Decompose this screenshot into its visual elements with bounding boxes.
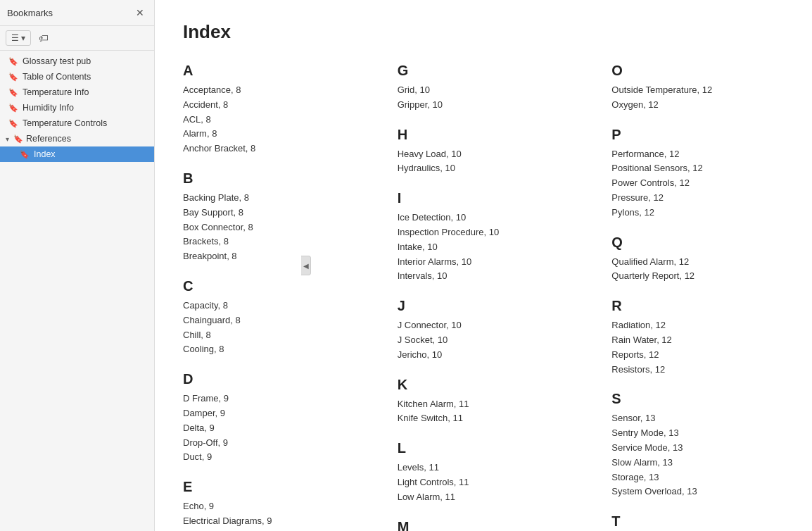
index-letter: D bbox=[183, 371, 355, 387]
index-letter: J bbox=[398, 298, 570, 314]
index-entry: Sentry Mode, 13 bbox=[611, 426, 784, 441]
index-entry: Intervals, 10 bbox=[398, 269, 570, 284]
bookmark-icon: 🔖 bbox=[20, 150, 30, 159]
index-entry: Alarm, 8 bbox=[183, 127, 355, 142]
index-column-2: GGrid, 10Gripper, 10HHeavy Load, 10Hydra… bbox=[398, 63, 570, 531]
sidebar-item-label: Glossary test pub bbox=[23, 56, 91, 66]
chevron-left-icon: ◀ bbox=[303, 262, 309, 270]
index-entry: D Frame, 9 bbox=[183, 392, 355, 406]
sidebar-item-temperature-info[interactable]: 🔖Temperature Info bbox=[0, 85, 154, 100]
index-section-m: MMainframe, 11Marginals, 11Maximum Speed… bbox=[398, 519, 570, 531]
index-section-b: BBacking Plate, 8Bay Support, 8Box Conne… bbox=[183, 170, 355, 264]
index-letter: S bbox=[611, 391, 784, 407]
index-entry: Delta, 9 bbox=[183, 421, 355, 436]
index-section-r: RRadiation, 12Rain Water, 12Reports, 12R… bbox=[611, 298, 784, 377]
bookmark-icon: 🔖 bbox=[8, 104, 18, 113]
index-entry: ACL, 8 bbox=[183, 113, 355, 127]
index-column-1: AAcceptance, 8Accident, 8ACL, 8Alarm, 8A… bbox=[183, 63, 355, 531]
index-entry: Jericho, 10 bbox=[398, 348, 570, 363]
index-entry: Chainguard, 8 bbox=[183, 313, 355, 328]
bookmark-icon: 🔖 bbox=[8, 119, 18, 128]
index-letter: T bbox=[611, 513, 784, 530]
index-entry: Heavy Load, 10 bbox=[398, 147, 570, 162]
index-entry: Slow Alarm, 13 bbox=[611, 456, 784, 470]
index-entry: Gripper, 10 bbox=[398, 98, 570, 113]
index-entry: Ice Detection, 10 bbox=[398, 211, 570, 225]
index-entry: Chill, 8 bbox=[183, 328, 355, 343]
view-options-button[interactable]: ☰ ▾ bbox=[6, 30, 31, 46]
sidebar-item-label: Humidity Info bbox=[23, 103, 74, 113]
index-entry: Pylons, 12 bbox=[611, 206, 784, 220]
collapse-sidebar-handle[interactable]: ◀ bbox=[301, 256, 311, 275]
index-entry: Sensor, 13 bbox=[611, 411, 784, 426]
index-entry: Damper, 9 bbox=[183, 406, 355, 421]
index-entry: Drop-Off, 9 bbox=[183, 436, 355, 451]
close-button[interactable]: ✕ bbox=[133, 6, 147, 20]
sidebar-item-label: Temperature Controls bbox=[23, 118, 107, 128]
index-section-c: CCapacity, 8Chainguard, 8Chill, 8Cooling… bbox=[183, 278, 355, 357]
index-section-k: KKitchen Alarm, 11Knife Switch, 11 bbox=[398, 377, 570, 427]
sidebar-item-index[interactable]: 🔖Index bbox=[0, 146, 154, 162]
bookmark-icon: 🔖 bbox=[8, 88, 18, 97]
index-entry: Inspection Procedure, 10 bbox=[398, 225, 570, 240]
index-letter: M bbox=[398, 519, 570, 531]
index-entry: Acceptance, 8 bbox=[183, 83, 355, 98]
index-entry: Qualified Alarm, 12 bbox=[611, 255, 784, 270]
index-letter: Q bbox=[611, 235, 784, 251]
index-section-s: SSensor, 13Sentry Mode, 13Service Mode, … bbox=[611, 391, 784, 499]
sidebar-item-label: Table of Contents bbox=[23, 72, 91, 82]
main-content: Index AAcceptance, 8Accident, 8ACL, 8Ala… bbox=[155, 0, 812, 531]
sidebar: Bookmarks ✕ ☰ ▾ 🏷 🔖Glossary test pub🔖Tab… bbox=[0, 0, 155, 531]
dropdown-arrow-icon: ▾ bbox=[21, 33, 25, 43]
index-section-i: IIce Detection, 10Inspection Procedure, … bbox=[398, 190, 570, 284]
sidebar-group-references[interactable]: ▾🔖References bbox=[0, 131, 154, 146]
sidebar-title: Bookmarks bbox=[7, 8, 53, 18]
index-entry: Rain Water, 12 bbox=[611, 333, 784, 348]
sidebar-toolbar: ☰ ▾ 🏷 bbox=[0, 26, 154, 51]
index-entry: Quarterly Report, 12 bbox=[611, 269, 784, 284]
index-entry: Resistors, 12 bbox=[611, 363, 784, 377]
sidebar-item-glossary-test-pub[interactable]: 🔖Glossary test pub bbox=[0, 54, 154, 69]
index-entry: Outside Temperature, 12 bbox=[611, 83, 784, 98]
index-section-j: JJ Connector, 10J Socket, 10Jericho, 10 bbox=[398, 298, 570, 362]
index-letter: A bbox=[183, 63, 355, 79]
index-entry: System Overload, 13 bbox=[611, 485, 784, 499]
sidebar-item-label: Temperature Info bbox=[23, 87, 89, 97]
index-section-q: QQualified Alarm, 12Quarterly Report, 12 bbox=[611, 235, 784, 285]
index-entry: Hydraulics, 10 bbox=[398, 161, 570, 176]
index-entry: Positional Sensors, 12 bbox=[611, 161, 784, 176]
index-section-g: GGrid, 10Gripper, 10 bbox=[398, 63, 570, 113]
index-entry: J Connector, 10 bbox=[398, 318, 570, 333]
index-section-h: HHeavy Load, 10Hydraulics, 10 bbox=[398, 127, 570, 177]
index-entry: Light Controls, 11 bbox=[398, 475, 570, 490]
bookmark-icon: 🔖 bbox=[8, 57, 18, 66]
bookmark-icon: 🔖 bbox=[8, 73, 18, 82]
index-entry: Interior Alarms, 10 bbox=[398, 255, 570, 270]
bookmark-add-icon: 🏷 bbox=[39, 32, 49, 44]
sidebar-header: Bookmarks ✕ bbox=[0, 0, 154, 26]
sidebar-items: 🔖Glossary test pub🔖Table of Contents🔖Tem… bbox=[0, 51, 154, 531]
index-entry: Breakpoint, 8 bbox=[183, 249, 355, 264]
index-letter: L bbox=[398, 440, 570, 456]
index-letter: B bbox=[183, 170, 355, 187]
sidebar-item-table-of-contents[interactable]: 🔖Table of Contents bbox=[0, 69, 154, 85]
index-entry: Capacity, 8 bbox=[183, 299, 355, 313]
index-letter: E bbox=[183, 479, 355, 495]
index-entry: Kitchen Alarm, 11 bbox=[398, 397, 570, 412]
index-entry: Brackets, 8 bbox=[183, 235, 355, 249]
index-entry: Storage, 13 bbox=[611, 470, 784, 485]
index-section-p: PPerformance, 12Positional Sensors, 12Po… bbox=[611, 127, 784, 220]
list-icon: ☰ bbox=[11, 33, 19, 43]
chevron-down-icon: ▾ bbox=[6, 135, 9, 143]
index-letter: K bbox=[398, 377, 570, 393]
index-entry: Performance, 12 bbox=[611, 147, 784, 162]
sidebar-item-humidity-info[interactable]: 🔖Humidity Info bbox=[0, 100, 154, 115]
index-section-o: OOutside Temperature, 12Oxygen, 12 bbox=[611, 63, 784, 113]
sidebar-item-temperature-controls[interactable]: 🔖Temperature Controls bbox=[0, 115, 154, 131]
index-section-l: LLevels, 11Light Controls, 11Low Alarm, … bbox=[398, 440, 570, 504]
index-grid: AAcceptance, 8Accident, 8ACL, 8Alarm, 8A… bbox=[183, 63, 784, 531]
index-entry: J Socket, 10 bbox=[398, 333, 570, 348]
index-entry: Grid, 10 bbox=[398, 83, 570, 98]
add-bookmark-button[interactable]: 🏷 bbox=[35, 30, 52, 46]
index-section-t: TTemperature, 3, 5(see also Thermal) Ala… bbox=[611, 513, 784, 531]
